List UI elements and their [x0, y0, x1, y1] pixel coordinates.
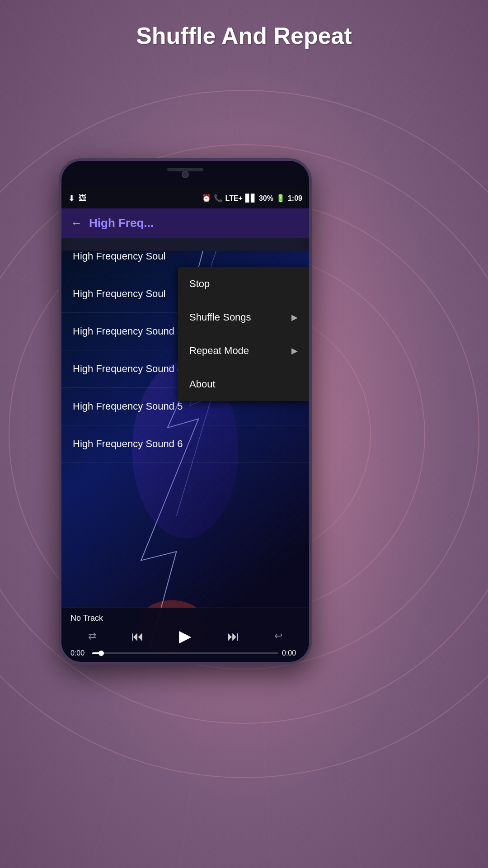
shuffle-songs-label: Shuffle Songs: [189, 311, 251, 323]
header-title: High Freq...: [89, 216, 154, 230]
about-label: About: [189, 378, 216, 390]
battery-percent: 30%: [259, 194, 273, 203]
battery-icon: 🔋: [276, 194, 285, 203]
player-track-name: No Track: [70, 613, 300, 623]
player-time-end: 0:00: [282, 649, 300, 657]
call-icon: 📞: [214, 194, 223, 203]
chevron-right-icon: ▶: [291, 346, 298, 356]
player-controls: ⇄ ⏮ ▶ ⏭ ↩: [70, 627, 300, 646]
song-name: High Frequency Sound 4: [73, 363, 183, 374]
chevron-right-icon: ▶: [291, 312, 298, 322]
alarm-icon: ⏰: [202, 194, 211, 203]
back-button[interactable]: ←: [70, 216, 82, 230]
song-name: High Frequency Sound 5: [73, 401, 183, 412]
signal-bars: ▋▋: [245, 194, 256, 203]
song-name: High Frequency Sound 6: [73, 438, 183, 449]
shuffle-button[interactable]: ⇄: [88, 630, 96, 642]
status-bar: ⬇ 🖼 ⏰ 📞 LTE+ ▋▋ 30% 🔋 1:09: [61, 188, 309, 208]
dropdown-about[interactable]: About: [178, 368, 309, 401]
dropdown-menu: Stop Shuffle Songs ▶ Repeat Mode ▶ About: [178, 267, 309, 401]
lte-label: LTE+: [225, 194, 243, 203]
player-progress-fill: [92, 652, 102, 654]
song-name: High Frequency Soul: [73, 250, 165, 262]
stop-label: Stop: [189, 278, 210, 290]
dropdown-shuffle-songs[interactable]: Shuffle Songs ▶: [178, 301, 309, 334]
song-list-container: High Frequency Soul High Frequency Soul …: [61, 238, 309, 662]
image-icon: 🖼: [79, 193, 87, 203]
next-button[interactable]: ⏭: [227, 629, 239, 644]
download-icon: ⬇: [68, 193, 75, 203]
player-time-bar: 0:00 0:00: [70, 649, 300, 657]
list-item[interactable]: High Frequency Sound 6: [61, 425, 309, 463]
page-title: Shuffle And Repeat: [0, 22, 488, 49]
clock: 1:09: [288, 194, 302, 203]
prev-button[interactable]: ⏮: [131, 629, 144, 644]
dropdown-stop[interactable]: Stop: [178, 267, 309, 301]
app-header: ← High Freq...: [61, 208, 309, 238]
song-name: High Frequency Sound 3: [73, 326, 183, 337]
player-time-start: 0:00: [70, 649, 89, 657]
phone-content: ← High Freq...: [61, 208, 309, 662]
phone-camera: [182, 171, 189, 178]
phone-top-bar: [61, 161, 309, 188]
status-left-icons: ⬇ 🖼: [68, 193, 87, 203]
dropdown-repeat-mode[interactable]: Repeat Mode ▶: [178, 334, 309, 368]
bottom-player: No Track ⇄ ⏮ ▶ ⏭ ↩ 0:00 0:00: [61, 608, 309, 662]
player-progress-bar[interactable]: [92, 652, 278, 654]
phone-frame: ⬇ 🖼 ⏰ 📞 LTE+ ▋▋ 30% 🔋 1:09 ← High Freq..…: [59, 158, 312, 665]
play-button[interactable]: ▶: [179, 627, 192, 646]
song-name: High Frequency Soul: [73, 288, 165, 299]
status-right-icons: ⏰ 📞 LTE+ ▋▋ 30% 🔋 1:09: [202, 194, 302, 203]
repeat-button[interactable]: ↩: [274, 630, 282, 642]
repeat-mode-label: Repeat Mode: [189, 345, 249, 357]
